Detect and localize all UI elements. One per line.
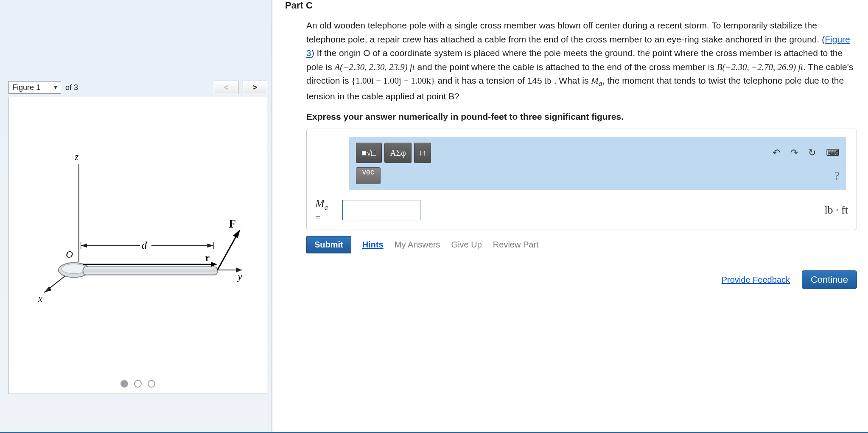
toolbar-help-button[interactable]: ?: [834, 169, 840, 183]
svg-marker-9: [211, 262, 217, 267]
templates-button[interactable]: ■√□: [356, 143, 382, 163]
answer-instruction: Express your answer numerically in pound…: [306, 112, 857, 122]
svg-marker-14: [207, 244, 213, 248]
figure-diagram: z O x y: [26, 144, 254, 355]
figure-next-button[interactable]: >: [243, 81, 267, 94]
figure-pager: [9, 380, 267, 388]
svg-point-6: [62, 264, 87, 274]
answer-input[interactable]: [342, 200, 420, 220]
sub-sup-button[interactable]: ↓↑: [414, 143, 431, 163]
reset-icon[interactable]: ↻: [808, 147, 816, 158]
problem-text-3: and the point where the cable is attache…: [415, 62, 717, 72]
footer-row: Provide Feedback Continue: [306, 270, 857, 289]
svg-rect-7: [83, 267, 218, 275]
origin-label: O: [66, 249, 73, 260]
hints-link[interactable]: Hints: [362, 240, 384, 250]
answer-unit: lb · ft: [824, 204, 848, 216]
give-up-link[interactable]: Give Up: [451, 240, 482, 250]
problem-statement: An old wooden telephone pole with a sing…: [306, 19, 855, 103]
greek-button[interactable]: ΑΣφ: [384, 143, 412, 163]
figure-header: Figure 1 ▼ of 3 < >: [4, 81, 272, 97]
problem-text-6: . What is: [552, 76, 591, 85]
updown-icon: ↓↑: [419, 149, 426, 157]
problem-text-1: An old wooden telephone pole with a sing…: [306, 20, 825, 44]
vector-r-label: r: [205, 252, 210, 263]
continue-button[interactable]: Continue: [802, 270, 857, 289]
figure-frame: z O x y: [8, 97, 267, 394]
pager-dot-1[interactable]: [120, 380, 128, 388]
provide-feedback-link[interactable]: Provide Feedback: [722, 275, 790, 285]
figure-selector-label: Figure 1: [12, 83, 40, 92]
svg-marker-17: [233, 229, 240, 238]
point-A: A(−2.30, 2.30, 23.9) ft: [335, 62, 415, 72]
question-panel: Part C An old wooden telephone pole with…: [272, 0, 868, 432]
chevron-left-icon: <: [224, 83, 229, 92]
action-row: Submit Hints My Answers Give Up Review P…: [306, 236, 857, 253]
problem-text-5: and it has a tension of 145: [435, 76, 544, 85]
axis-y-label: y: [237, 271, 243, 282]
undo-icon[interactable]: ↶: [773, 147, 780, 158]
chevron-right-icon: >: [253, 83, 258, 92]
direction-vector: {1.00i − 1.00j − 1.00k}: [351, 76, 435, 86]
answer-box: ■√□ ΑΣφ ↓↑ ↶ ↷ ↻ ⌨ vec ?: [306, 129, 857, 230]
redo-icon[interactable]: ↷: [790, 147, 798, 158]
answer-variable-label: Ma =: [315, 198, 334, 222]
figure-panel: Figure 1 ▼ of 3 < > z O: [0, 0, 272, 432]
vec-button[interactable]: vec: [356, 167, 381, 184]
pager-dot-3[interactable]: [148, 380, 155, 388]
pager-dot-2[interactable]: [134, 380, 142, 388]
greek-icon: ΑΣφ: [390, 148, 406, 158]
axis-x-label: x: [38, 293, 43, 304]
my-answers-link[interactable]: My Answers: [395, 240, 440, 250]
tension-unit: lb: [545, 76, 552, 86]
figure-selector[interactable]: Figure 1 ▼: [8, 81, 61, 94]
templates-icon: ■√□: [361, 148, 376, 158]
review-part-link[interactable]: Review Part: [493, 240, 539, 250]
figure-prev-button[interactable]: <: [214, 81, 238, 94]
part-title: Part C: [285, 0, 857, 11]
keyboard-icon[interactable]: ⌨: [826, 147, 840, 158]
figure-count-label: of 3: [65, 83, 78, 92]
Ma-symbol: Ma: [591, 76, 602, 86]
axis-z-label: z: [74, 151, 78, 162]
equation-toolbar: ■√□ ΑΣφ ↓↑ ↶ ↷ ↻ ⌨ vec ?: [349, 137, 846, 190]
force-F-label: F: [229, 217, 235, 230]
svg-line-16: [218, 233, 238, 270]
dimension-d-label: d: [142, 239, 147, 251]
svg-marker-12: [81, 244, 87, 248]
point-B: B(−2.30, −2.70, 26.9) ft: [717, 62, 803, 72]
chevron-down-icon: ▼: [53, 84, 58, 90]
submit-button[interactable]: Submit: [306, 236, 351, 253]
